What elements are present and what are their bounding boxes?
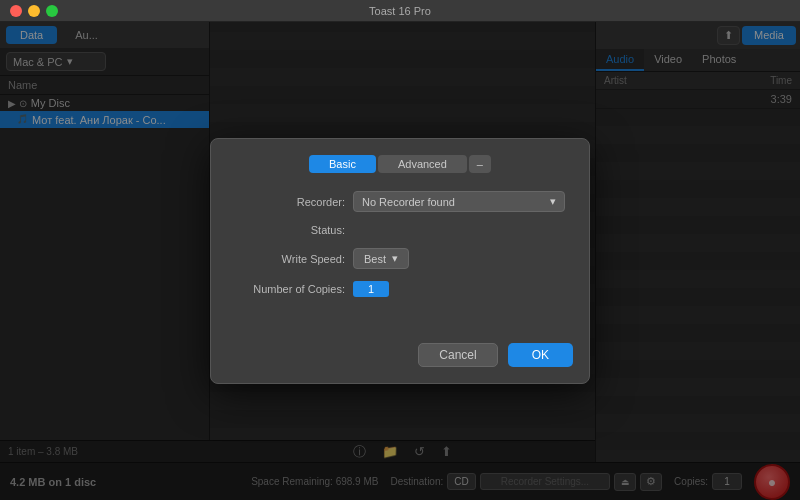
dialog-tab-basic[interactable]: Basic xyxy=(309,155,376,173)
chevron-down-icon: ▾ xyxy=(550,195,556,208)
chevron-down-icon: ▾ xyxy=(392,252,398,265)
close-button[interactable] xyxy=(10,5,22,17)
dialog-footer: Cancel OK xyxy=(227,333,573,367)
recorder-row: Recorder: No Recorder found ▾ xyxy=(235,191,565,212)
dialog-tab-advanced[interactable]: Advanced xyxy=(378,155,467,173)
copies-label: Number of Copies: xyxy=(235,283,345,295)
cancel-button[interactable]: Cancel xyxy=(418,343,497,367)
status-label: Status: xyxy=(235,224,345,236)
write-speed-row: Write Speed: Best ▾ xyxy=(235,248,565,269)
recorder-label: Recorder: xyxy=(235,196,345,208)
titlebar: Toast 16 Pro xyxy=(0,0,800,22)
recorder-dropdown[interactable]: No Recorder found ▾ xyxy=(353,191,565,212)
dialog-tabs: Basic Advanced – xyxy=(227,155,573,173)
window-title: Toast 16 Pro xyxy=(369,5,431,17)
window-controls xyxy=(10,5,58,17)
maximize-button[interactable] xyxy=(46,5,58,17)
write-speed-dropdown[interactable]: Best ▾ xyxy=(353,248,409,269)
burn-settings-dialog: Basic Advanced – Recorder: No Recorder f… xyxy=(210,138,590,384)
write-speed-label: Write Speed: xyxy=(235,253,345,265)
minimize-button[interactable] xyxy=(28,5,40,17)
copies-row: Number of Copies: xyxy=(235,281,565,297)
copies-input[interactable] xyxy=(353,281,389,297)
status-row: Status: xyxy=(235,224,565,236)
dialog-body: Recorder: No Recorder found ▾ Status: Wr… xyxy=(227,187,573,313)
ok-button[interactable]: OK xyxy=(508,343,573,367)
dialog-overlay: Basic Advanced – Recorder: No Recorder f… xyxy=(0,22,800,500)
dialog-tab-dash[interactable]: – xyxy=(469,155,491,173)
